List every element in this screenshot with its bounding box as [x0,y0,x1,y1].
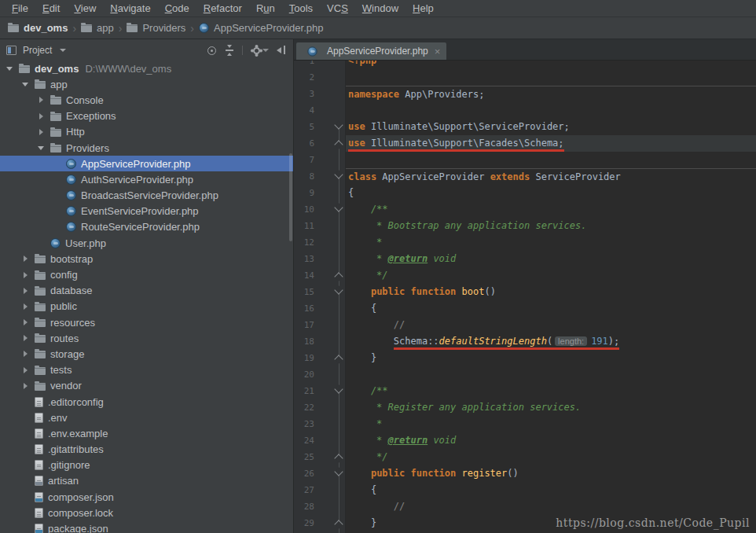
menu-file[interactable]: File [5,0,35,17]
breadcrumb-item[interactable]: AppServiceProvider.php [199,22,323,34]
tree-expand-arrow-icon[interactable] [24,288,28,294]
code-line-14[interactable]: */ [346,267,756,284]
menu-view[interactable]: View [67,0,103,17]
code-line-25[interactable]: */ [346,449,756,465]
menu-vcs[interactable]: VCS [320,0,355,17]
tree-item-providers[interactable]: Providers [0,140,293,156]
code-line-28[interactable]: // [346,498,756,515]
tree-collapse-arrow-icon[interactable] [22,83,28,86]
fold-region-end-icon[interactable] [334,355,343,363]
settings-gear-icon[interactable] [250,45,269,56]
code-line-15[interactable]: public function boot() [346,284,756,300]
tree-item-vendor[interactable]: vendor [0,378,293,394]
code-line-12[interactable]: * [346,234,756,251]
tree-item-resources[interactable]: resources [0,314,293,330]
fold-region-start-icon[interactable] [334,170,343,178]
code-line-24[interactable]: * @return void [346,432,756,449]
tree-item-routes[interactable]: routes [0,330,293,346]
tree-item-exceptions[interactable]: Exceptions [0,108,293,124]
tree-expand-arrow-icon[interactable] [24,335,28,341]
tree-item-authserviceprovider-php[interactable]: AuthServiceProvider.php [0,171,293,187]
code-line-6[interactable]: use Illuminate\Support\Facades\Schema; [346,135,756,152]
code-line-26[interactable]: public function register() [346,465,756,482]
tree-collapse-arrow-icon[interactable] [6,67,13,71]
chevron-down-icon[interactable] [60,49,66,52]
fold-region-end-icon[interactable] [334,520,343,528]
locate-icon[interactable] [206,45,217,56]
fold-region-end-icon[interactable] [334,140,343,149]
tree-item-tests[interactable]: tests [0,362,293,378]
breadcrumb-item[interactable]: dev_oms [8,22,68,34]
code-line-21[interactable]: /** [346,383,756,399]
code-line-22[interactable]: * Register any application services. [346,399,756,416]
breadcrumb-item[interactable]: app [81,22,114,34]
tree-item--env-example[interactable]: .env.example [0,425,293,441]
project-panel-title[interactable]: Project [23,45,52,56]
tree-item-bootstrap[interactable]: bootstrap [0,251,293,266]
code-line-4[interactable] [346,102,756,119]
code-line-2[interactable] [346,69,756,86]
menu-help[interactable]: Help [406,0,441,17]
tree-item--gitattributes[interactable]: .gitattributes [0,442,293,458]
code-line-7[interactable] [346,152,756,168]
tree-expand-arrow-icon[interactable] [24,272,28,278]
tree-item-composer-lock[interactable]: composer.lock [0,505,293,520]
tree-item-user-php[interactable]: User.php [0,235,293,251]
close-icon[interactable]: × [435,46,441,57]
code-line-11[interactable]: * Bootstrap any application services. [346,218,756,234]
tree-item-dev-oms[interactable]: dev_omsD:\WWW\dev_oms [0,61,293,76]
tree-item--editorconfig[interactable]: .editorconfig [0,394,293,410]
code-line-17[interactable]: // [346,317,756,333]
code-line-8[interactable]: class AppServiceProvider extends Service… [346,168,756,185]
tree-item-composer-json[interactable]: composer.json [0,489,293,505]
tree-item-console[interactable]: Console [0,92,293,108]
project-scrollbar-thumb[interactable] [289,153,292,241]
tree-expand-arrow-icon[interactable] [24,303,28,310]
breadcrumb-item[interactable]: Providers [127,22,185,34]
code-line-29[interactable]: } [346,515,756,531]
code-area[interactable]: <?phpnamespace App\Providers;use Illumin… [346,61,756,533]
tree-item--env[interactable]: .env [0,410,293,425]
code-line-9[interactable]: { [346,185,756,201]
menu-tools[interactable]: Tools [282,0,320,17]
code-line-18[interactable]: Schema::defaultStringLength(length:191); [346,333,756,350]
menu-code[interactable]: Code [158,0,196,17]
menu-navigate[interactable]: Navigate [103,0,157,17]
code-line-19[interactable]: } [346,350,756,366]
tree-expand-arrow-icon[interactable] [24,255,28,262]
tree-item-package-json[interactable]: package.json [0,520,293,533]
code-line-23[interactable]: * [346,416,756,432]
tree-item--gitignore[interactable]: .gitignore [0,458,293,473]
fold-region-start-icon[interactable] [334,285,343,294]
hide-panel-icon[interactable] [276,45,287,56]
tree-item-appserviceprovider-php[interactable]: AppServiceProvider.php [0,156,293,171]
menu-refactor[interactable]: Refactor [196,0,249,17]
tree-expand-arrow-icon[interactable] [24,367,28,373]
tree-expand-arrow-icon[interactable] [24,351,28,357]
tree-item-eventserviceprovider-php[interactable]: EventServiceProvider.php [0,204,293,219]
tree-item-artisan[interactable]: artisan [0,473,293,489]
menu-edit[interactable]: Edit [35,0,67,17]
tree-expand-arrow-icon[interactable] [39,129,43,135]
editor-tab[interactable]: AppServiceProvider.php × [296,42,446,60]
fold-region-end-icon[interactable] [334,454,343,462]
collapse-all-icon[interactable] [224,45,235,56]
code-line-3[interactable]: namespace App\Providers; [346,86,756,102]
fold-region-start-icon[interactable] [334,120,343,129]
fold-region-end-icon[interactable] [334,272,343,281]
code-line-16[interactable]: { [346,300,756,317]
fold-region-start-icon[interactable] [334,203,343,211]
tree-collapse-arrow-icon[interactable] [38,146,44,150]
code-line-5[interactable]: use Illuminate\Support\ServiceProvider; [346,119,756,135]
tree-item-app[interactable]: app [0,76,293,92]
tree-item-storage[interactable]: storage [0,346,293,362]
tree-expand-arrow-icon[interactable] [24,383,28,389]
tree-expand-arrow-icon[interactable] [39,97,43,103]
fold-region-start-icon[interactable] [334,384,343,393]
tree-item-public[interactable]: public [0,299,293,314]
code-line-10[interactable]: /** [346,201,756,218]
code-line-27[interactable]: { [346,482,756,498]
code-line-13[interactable]: * @return void [346,251,756,267]
tree-item-broadcastserviceprovider-php[interactable]: BroadcastServiceProvider.php [0,188,293,204]
menu-window[interactable]: Window [355,0,406,17]
